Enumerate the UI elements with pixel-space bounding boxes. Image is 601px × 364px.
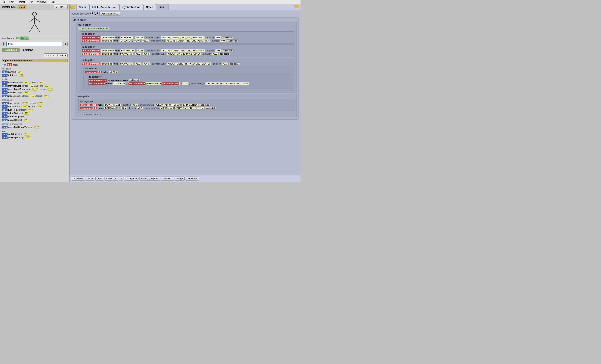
method-roll: this roll direction: ???, amount: ??? (2, 105, 68, 108)
category-orientation: orientation (2, 99, 68, 101)
menu-run[interactable]: Run (28, 0, 34, 4)
procedure-name: kick (92, 11, 99, 16)
expr-container: this.soccerBall getDistanceTo this.socce… (127, 82, 180, 85)
main-do-in-order-label: do in order (73, 19, 297, 21)
menu-edit[interactable]: Edit (9, 0, 14, 4)
category-pos-orient: position & orientation (2, 123, 68, 125)
tab-kick[interactable]: kick ✕ (156, 4, 169, 10)
svg-line-12 (3, 45, 4, 46)
method-moveAndOrientTo: this moveAndOrientTo target: ??? (2, 125, 68, 129)
category-size: size (2, 130, 68, 132)
this-input[interactable] (6, 42, 62, 46)
do-together-inner: do together this.adultPerson straightenO… (87, 74, 291, 87)
code-line-l1: this.adultPerson getLeftKnee turn FORWAR… (82, 36, 293, 39)
method-think: this think text: ??? (2, 74, 68, 77)
method-say: this say text: ??? (2, 70, 68, 74)
toolbar-if[interactable]: if (119, 177, 124, 181)
add-detail-btn-6[interactable]: add detail (129, 79, 140, 82)
tab-myFirstMethod[interactable]: myFirstMethod (120, 4, 143, 10)
toolbar-variable[interactable]: variable... (161, 177, 174, 181)
procedure-item: edit this kick (2, 63, 68, 66)
proc-name[interactable]: kick (13, 63, 18, 66)
do-together-3: do together this.adultPerson getLeftHip … (80, 57, 295, 91)
code-line-l7: this.adultPerson straightenOutJoints add… (89, 79, 290, 82)
add-parameter-button[interactable]: Add Parameter... (99, 12, 120, 16)
toolbar-comment[interactable]: //comment (185, 177, 199, 181)
method-turnToFace: this turnToFace target: ??? (2, 108, 68, 111)
inner-do-in-order: do in order // Kick the ball toward the … (77, 22, 297, 93)
add-detail-btn-2[interactable]: add detail (227, 39, 239, 42)
method-setHeight: this setHeight height: ??? (2, 136, 68, 139)
type-badge[interactable]: Biped (18, 5, 26, 9)
procedures-functions-tabs: Procedures Functions (0, 47, 69, 53)
toolbar-assign[interactable]: assign (175, 177, 185, 181)
folder-icon[interactable] (295, 5, 299, 8)
tab-initializeEventListeners[interactable]: initializeEventListeners (90, 4, 119, 10)
this-dropdown[interactable]: ▼ (63, 42, 68, 46)
comment-line: // Kick the ball toward the net (78, 27, 110, 30)
add-detail-btn-7[interactable]: add detail (199, 104, 210, 106)
toolbar-do-in-order[interactable]: do in order (71, 177, 85, 181)
menu-project[interactable]: Project (17, 0, 26, 4)
do-together-last: do together do together this.soccerBall … (75, 94, 297, 117)
menu-window[interactable]: Window (36, 0, 47, 4)
add-detail-btn-5[interactable]: add detail (228, 63, 240, 65)
declare-line: declare procedure kick Add Parameter... (71, 11, 299, 16)
category-position: position (2, 78, 68, 80)
svg-line-2 (30, 18, 35, 22)
do-together-2: do together this.adultPerson getLeftKnee… (80, 45, 295, 57)
svg-point-8 (3, 42, 4, 43)
code-line-l4: this.adultPerson getLeftHip turn BACKWAR… (82, 52, 293, 55)
add-detail-btn-8[interactable]: add detail (205, 107, 216, 109)
code-line-l10: this.soccerBall move BACKWARD , 0.05 , d… (80, 107, 293, 109)
tab-functions[interactable]: Functions (20, 48, 35, 52)
toolbar-count[interactable]: count (86, 177, 95, 181)
do-together-last-inner: do together this.soccerBall move DOWN , … (78, 99, 295, 111)
add-detail-btn-4[interactable]: add detail (219, 53, 230, 55)
back-arrow-icon[interactable]: ⟸ (2, 36, 6, 40)
method-move: this move direction: ???, amount: ??? (2, 81, 68, 84)
code-line-l3: this.adultPerson getLeftKnee turn BACKWA… (82, 49, 293, 52)
code-line-l2: this.adultPerson getLeftHip turn FORWARD… (82, 39, 293, 42)
method-turn: this turn direction: ???, amount: ??? (2, 101, 68, 105)
toolbar-while[interactable]: while (95, 177, 104, 181)
main-do-in-order: do in order do in order // Kick the ball… (71, 17, 299, 120)
toolbar-for-each-in[interactable]: for each in (105, 177, 118, 181)
category-say-think: say, think (2, 67, 68, 70)
add-detail-btn-3[interactable]: add detail (222, 49, 233, 52)
selected-type-bar: selected type: Biped (2, 5, 26, 9)
method-setWidth: this setWidth width: ??? (2, 133, 68, 136)
back-to-bar: ⟸ back to: Scene (0, 35, 69, 41)
edit-link[interactable]: edit (2, 64, 6, 66)
menu-file[interactable]: File (1, 0, 6, 4)
code-line-l8: this.soccerBall move FORWARD , this.socc… (89, 82, 290, 85)
tab-biped[interactable]: Biped (143, 4, 156, 10)
toolbar-do-together[interactable]: do together (124, 177, 139, 181)
svg-point-0 (33, 12, 37, 16)
method-place: this place spatialRelation: ???, target:… (2, 94, 68, 97)
menu-help[interactable]: Help (49, 0, 55, 4)
tab-procedures[interactable]: Procedures (2, 48, 19, 52)
do-together-1: do together this.adultPerson getLeftKnee… (80, 31, 295, 44)
add-detail-btn-1[interactable]: add detail (222, 36, 233, 39)
selected-type-label: selected type: (2, 6, 16, 8)
tab-close-icon[interactable]: ✕ (165, 6, 166, 8)
procedures-section: Biped 's Editable Procedures (1) edit th… (0, 58, 69, 182)
menu-bar: File Edit Project Run Window Help (0, 0, 300, 4)
code-line-l9: this.soccerBall move DOWN , 0.01 , durat… (80, 104, 293, 106)
toolbar-each-in-together[interactable]: each in _ together (139, 177, 160, 181)
drop-statement-here: drop statement here (77, 113, 100, 116)
this-selector: ▼ (0, 41, 69, 47)
figure-icon (2, 42, 6, 46)
bottom-toolbar: do in order count while for each in if d… (70, 175, 300, 182)
scene-badge-container[interactable]: Scene (16, 37, 29, 40)
method-pointAt: this pointAt target: ??? (2, 118, 68, 122)
tab-scene[interactable]: Scene (76, 4, 89, 10)
group-by-select[interactable]: group by category (44, 53, 68, 57)
run-button[interactable]: ▶ Run... (54, 5, 68, 9)
code-line-l5: this.adultPerson getLeftHip turn BACKWAR… (82, 62, 293, 65)
back-label: back to: (7, 37, 15, 39)
do-in-order-inner: do in order this.soccerBall delay ≡0.125… (83, 66, 293, 89)
run-triangle-icon: ▶ (56, 6, 58, 8)
svg-line-3 (35, 18, 40, 22)
